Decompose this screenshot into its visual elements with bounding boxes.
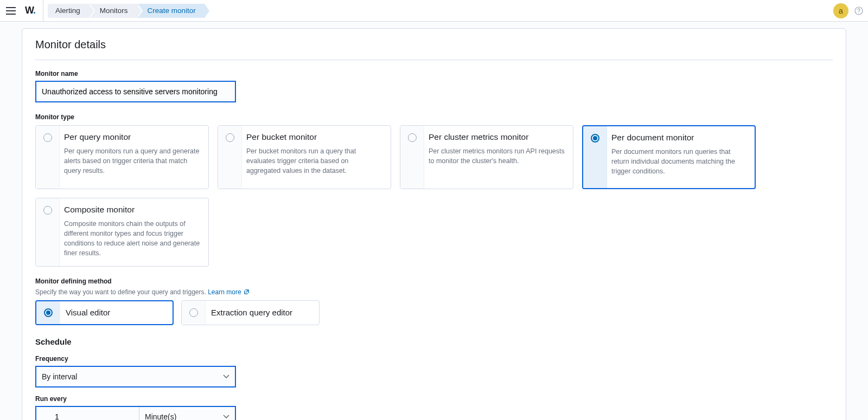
defining-method-card[interactable]: Extraction query editor	[181, 300, 320, 325]
divider	[43, 0, 43, 22]
card-desc: Composite monitors chain the outputs of …	[64, 219, 201, 259]
monitor-type-card[interactable]: Composite monitorComposite monitors chai…	[35, 198, 209, 267]
breadcrumb-monitors[interactable]: Monitors	[89, 4, 137, 18]
frequency-select[interactable]: By interval	[35, 366, 236, 387]
card-desc: Per document monitors run queries that r…	[611, 147, 747, 176]
radio-icon	[43, 133, 52, 142]
chevron-down-icon	[223, 415, 229, 419]
radio-col	[583, 126, 607, 188]
page-title: Monitor details	[35, 38, 833, 51]
radio-icon	[44, 308, 53, 317]
hamburger-icon	[6, 7, 16, 15]
defining-method-label: Monitor defining method	[35, 277, 833, 285]
monitor-name-label: Monitor name	[35, 70, 833, 77]
run-every-row: Minute(s)	[35, 406, 236, 421]
frequency-value: By interval	[42, 372, 77, 381]
chevron-down-icon	[223, 374, 229, 379]
radio-icon	[226, 133, 234, 142]
card-desc: Per query monitors run a query and gener…	[64, 146, 201, 176]
monitor-type-card[interactable]: Per query monitorPer query monitors run …	[35, 125, 209, 189]
defining-method-card[interactable]: Visual editor	[35, 300, 174, 325]
app-logo: W.	[25, 5, 35, 16]
card-title: Extraction query editor	[206, 301, 292, 325]
defining-method-help: Specify the way you want to define your …	[35, 288, 833, 296]
monitor-name-input[interactable]	[35, 81, 236, 102]
schedule-title: Schedule	[35, 337, 833, 346]
monitor-details-panel: Monitor details Monitor name Monitor typ…	[22, 28, 846, 420]
radio-icon	[591, 134, 599, 143]
run-every-unit-value: Minute(s)	[145, 412, 176, 421]
card-title: Per query monitor	[64, 132, 201, 142]
run-every-input[interactable]	[36, 407, 139, 421]
radio-icon	[189, 308, 198, 317]
card-title: Visual editor	[60, 301, 110, 324]
radio-icon	[43, 206, 52, 215]
radio-col	[36, 301, 60, 324]
card-title: Per cluster metrics monitor	[429, 132, 565, 142]
external-link-icon	[244, 289, 250, 295]
card-title: Composite monitor	[64, 205, 201, 215]
card-desc: Per bucket monitors run a query that eva…	[246, 146, 383, 176]
defining-method-grid: Visual editorExtraction query editor	[35, 300, 833, 325]
monitor-type-label: Monitor type	[35, 113, 833, 121]
monitor-type-grid: Per query monitorPer query monitors run …	[35, 125, 833, 267]
monitor-type-card[interactable]: Per bucket monitorPer bucket monitors ru…	[218, 125, 391, 189]
radio-col	[218, 126, 242, 189]
run-every-unit-select[interactable]: Minute(s)	[139, 407, 235, 421]
monitor-type-card[interactable]: Per document monitorPer document monitor…	[582, 125, 756, 189]
radio-col	[36, 126, 60, 189]
card-title: Per document monitor	[611, 133, 747, 143]
breadcrumb-create-monitor[interactable]: Create monitor	[137, 4, 205, 18]
learn-more-link[interactable]: Learn more	[208, 288, 249, 296]
breadcrumb: Alerting Monitors Create monitor	[48, 4, 205, 18]
breadcrumb-alerting[interactable]: Alerting	[48, 4, 89, 18]
monitor-type-card[interactable]: Per cluster metrics monitorPer cluster m…	[400, 125, 573, 189]
card-title: Per bucket monitor	[246, 132, 383, 142]
divider	[35, 60, 833, 60]
run-every-label: Run every	[35, 395, 833, 403]
help-button[interactable]	[854, 6, 864, 16]
help-icon	[854, 7, 863, 15]
radio-col	[182, 301, 206, 325]
radio-col	[36, 198, 60, 266]
frequency-label: Frequency	[35, 355, 833, 363]
avatar[interactable]: a	[833, 3, 848, 18]
top-header: W. Alerting Monitors Create monitor a	[0, 0, 868, 22]
card-desc: Per cluster metrics monitors run API req…	[429, 146, 565, 166]
radio-col	[400, 126, 424, 189]
nav-toggle-button[interactable]	[4, 4, 17, 17]
radio-icon	[408, 133, 417, 142]
